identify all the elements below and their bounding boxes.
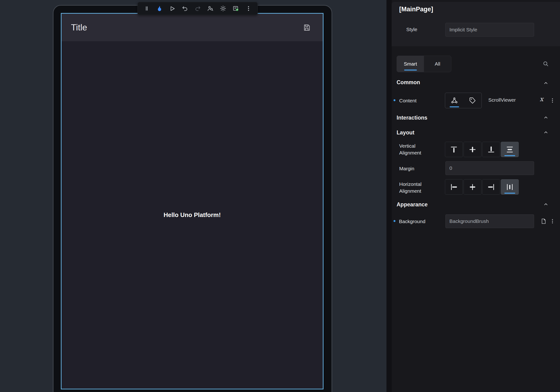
person-search-icon bbox=[207, 5, 214, 12]
device-frame: Title Hello Uno Platform! bbox=[53, 5, 332, 392]
molecule-icon bbox=[450, 97, 458, 104]
content-tag-button[interactable] bbox=[463, 93, 481, 108]
margin-label: Margin bbox=[399, 165, 414, 172]
kebab-icon bbox=[550, 218, 555, 224]
sun-icon bbox=[220, 5, 226, 12]
align-center-horizontal-icon bbox=[469, 183, 477, 191]
valign-stretch-button[interactable] bbox=[501, 142, 519, 157]
resource-page-icon bbox=[540, 218, 547, 224]
toolbar-drag-handle[interactable] bbox=[141, 3, 152, 14]
chevron-up-icon bbox=[543, 201, 549, 207]
halign-selected-underline bbox=[504, 193, 515, 194]
section-interactions: Interactions bbox=[397, 115, 427, 121]
style-input[interactable] bbox=[445, 23, 534, 37]
theme-toggle-button[interactable] bbox=[218, 3, 228, 14]
halign-stretch-button[interactable] bbox=[501, 179, 519, 195]
task-list-button[interactable] bbox=[230, 3, 241, 14]
background-more-button[interactable] bbox=[548, 217, 557, 226]
content-switch-underline bbox=[450, 106, 459, 107]
collapse-interactions-button[interactable] bbox=[541, 113, 550, 122]
horizontal-alignment-group bbox=[445, 179, 519, 195]
undo-button[interactable] bbox=[180, 3, 190, 14]
valign-selected-underline bbox=[504, 155, 515, 156]
content-label: Content bbox=[399, 97, 417, 104]
tab-smart[interactable]: Smart bbox=[397, 56, 424, 72]
selected-element-card: [MainPage] Style bbox=[392, 2, 560, 46]
chevron-up-icon bbox=[543, 80, 549, 86]
hot-reload-button[interactable] bbox=[154, 3, 165, 14]
align-stretch-vertical-icon bbox=[506, 146, 514, 153]
halign-center-button[interactable] bbox=[464, 179, 481, 195]
collapse-layout-button[interactable] bbox=[541, 128, 550, 137]
app-title: Title bbox=[71, 23, 87, 32]
flame-icon bbox=[156, 5, 163, 12]
valign-center-button[interactable] bbox=[464, 142, 481, 157]
tab-all[interactable]: All bbox=[424, 56, 451, 72]
background-input[interactable] bbox=[445, 214, 534, 228]
background-label: Background bbox=[399, 218, 425, 225]
align-left-icon bbox=[450, 183, 458, 191]
style-label: Style bbox=[406, 27, 417, 32]
valign-bottom-button[interactable] bbox=[482, 142, 500, 157]
section-layout: Layout bbox=[397, 130, 414, 136]
kebab-icon bbox=[550, 98, 555, 103]
property-tabs: Smart All bbox=[397, 56, 451, 72]
binding-x-icon[interactable]: x bbox=[540, 95, 543, 103]
design-canvas: Title Hello Uno Platform! bbox=[0, 0, 386, 392]
greeting-text: Hello Uno Platform! bbox=[164, 211, 221, 219]
horizontal-alignment-label: Horizontal Alignment bbox=[399, 181, 435, 194]
element-inspector-button[interactable] bbox=[205, 3, 216, 14]
search-icon bbox=[542, 60, 549, 67]
chevron-up-icon bbox=[543, 129, 549, 135]
app-root-selection[interactable]: Title Hello Uno Platform! bbox=[61, 13, 323, 389]
app-header-bar: Title bbox=[61, 14, 323, 41]
align-stretch-horizontal-icon bbox=[506, 183, 514, 191]
section-common: Common bbox=[397, 79, 420, 86]
content-editor-switch bbox=[445, 93, 482, 108]
vertical-alignment-label: Vertical Alignment bbox=[399, 142, 432, 156]
save-icon[interactable] bbox=[303, 24, 310, 31]
align-right-icon bbox=[487, 183, 495, 191]
halign-left-button[interactable] bbox=[445, 179, 463, 195]
hot-design-toolbar bbox=[138, 2, 258, 15]
drag-handle-icon bbox=[144, 5, 150, 11]
align-top-icon bbox=[450, 146, 458, 153]
tab-active-underline bbox=[404, 70, 417, 70]
collapse-common-button[interactable] bbox=[541, 78, 550, 88]
collapse-appearance-button[interactable] bbox=[541, 200, 550, 209]
checklist-check-icon bbox=[232, 5, 239, 12]
selected-element-title: [MainPage] bbox=[399, 6, 433, 13]
redo-icon bbox=[195, 5, 201, 12]
vertical-alignment-group bbox=[445, 142, 519, 157]
content-visual-tree-button[interactable] bbox=[445, 93, 463, 108]
valign-top-button[interactable] bbox=[445, 142, 463, 157]
content-modified-dot bbox=[393, 99, 395, 101]
chevron-up-icon bbox=[543, 114, 549, 121]
content-more-button[interactable] bbox=[548, 96, 557, 105]
search-properties-button[interactable] bbox=[541, 59, 550, 68]
tab-all-label: All bbox=[435, 61, 440, 67]
kebab-icon bbox=[245, 5, 252, 11]
section-appearance: Appearance bbox=[397, 201, 428, 208]
align-center-vertical-icon bbox=[469, 146, 477, 153]
align-bottom-icon bbox=[487, 146, 495, 153]
app-content: Hello Uno Platform! bbox=[61, 41, 323, 389]
play-button[interactable] bbox=[167, 3, 177, 14]
undo-icon bbox=[182, 5, 188, 12]
background-modified-dot bbox=[393, 220, 395, 222]
halign-right-button[interactable] bbox=[482, 179, 500, 195]
toolbar-more-button[interactable] bbox=[243, 3, 254, 14]
tab-smart-label: Smart bbox=[404, 61, 417, 67]
content-value: ScrollViewer bbox=[488, 97, 516, 103]
redo-button[interactable] bbox=[192, 3, 203, 14]
properties-panel: [MainPage] Style Smart All Common Conten… bbox=[386, 0, 560, 392]
margin-input[interactable] bbox=[445, 161, 534, 175]
play-icon bbox=[169, 5, 175, 12]
tag-icon bbox=[469, 97, 476, 104]
background-resource-button[interactable] bbox=[539, 217, 548, 226]
